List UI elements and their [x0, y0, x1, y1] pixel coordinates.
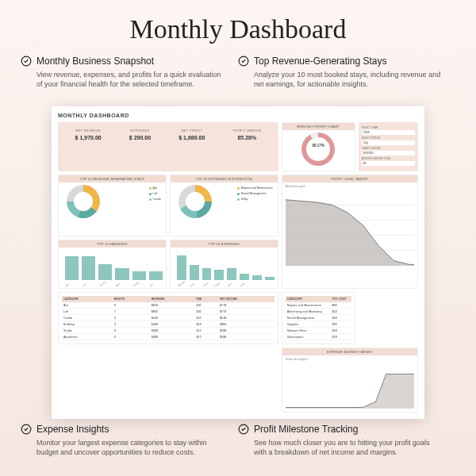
table-row: Condo6$540$22$518 — [62, 315, 274, 321]
legend-item: Loft — [153, 192, 158, 195]
td: $805 — [150, 309, 195, 315]
profit-goal-card: PROFIT GOAL TARGET Almost the goal! — [282, 175, 418, 289]
feature-desc: Analyze your 10 most booked stays, inclu… — [238, 70, 447, 89]
td: 3 — [113, 334, 150, 340]
yearly-budget-value[interactable]: $50,000 — [362, 151, 415, 155]
td: Subscription — [286, 334, 331, 340]
feature-expense-insights: Expense Insights Monitor your largest ex… — [21, 424, 238, 468]
td: $12 — [195, 328, 218, 334]
bars-expenses-card: TOP 10 EXPENSES RepairsAdvMgmtSuppSoftSu… — [170, 240, 278, 289]
kpi-net-profit: NET PROFIT $ 1,680.00 — [178, 129, 205, 165]
feature-title: Monthly Business Snapshot — [36, 56, 154, 67]
goal-subtitle: Almost the goal! — [286, 185, 414, 188]
td: $400 — [150, 321, 195, 328]
feature-desc: See how much closer you are to hitting y… — [238, 438, 447, 457]
td: Advertising and Marketing — [286, 309, 331, 315]
legend-item: Repairs and Maintenance — [241, 186, 273, 190]
td: $40 — [330, 315, 351, 321]
th: NIGHTS — [113, 296, 150, 302]
kpi-expenses: EXPENSES $ 290.00 — [129, 129, 151, 165]
donut-chart-icon — [67, 185, 100, 218]
expense-table-card: CATEGORY TOT. COST Repairs and Maintenan… — [282, 292, 355, 344]
feature-snapshot: Monthly Business Snapshot View revenue, … — [21, 56, 238, 100]
td: Repairs and Maintenance — [286, 302, 331, 309]
check-icon — [238, 424, 249, 435]
revenue-table-card: CATEGORY NIGHTS REVENUE FEE NET INCOME A… — [58, 292, 278, 344]
kpi-net-revenue: NET REVENUE $ 1,970.00 — [75, 129, 102, 165]
donut-revenue-card: TOP 10 REVENUE GENERATING STAYS Apt Loft… — [58, 175, 167, 236]
legend-item: Apt — [153, 186, 157, 190]
td: Rental Management — [286, 315, 331, 321]
td: $80 — [330, 302, 351, 309]
card-header: EXPENSE BUDGET TARGET — [282, 348, 417, 355]
feature-top-stays: Top Revenue-Generating Stays Analyze you… — [238, 56, 455, 100]
card-header: TOP 10 REVENUE GENERATING STAYS — [59, 175, 166, 182]
kpi-value: $ 1,680.00 — [178, 135, 205, 140]
td: 6 — [113, 315, 150, 321]
td: Condo — [62, 315, 113, 321]
budget-target-card: EXPENSE BUDGET TARGET Under the budget! — [282, 347, 418, 413]
table-row: Apt9$810$32$778 — [62, 302, 274, 309]
donut-legend: Apt Loft Condo — [149, 186, 161, 201]
yearly-budget-label: YEARLY BUDGET — [362, 147, 415, 150]
table-row: Software Fees$40 — [286, 328, 351, 334]
th: REVENUE — [150, 296, 195, 302]
table-row: Subscription$20 — [286, 334, 351, 340]
select-month-label: SELECT MONTH — [362, 136, 415, 140]
bars-earnings-card: TOP 10 EARNINGS AptLoftCondoBldgStudioAp… — [58, 240, 167, 289]
monthly-goal-value[interactable]: $5 — [362, 161, 415, 166]
kpi-label: NET PROFIT — [178, 129, 205, 132]
td: $300 — [150, 334, 195, 340]
th: FEE — [195, 296, 218, 302]
kpi-label: NET REVENUE — [75, 129, 102, 132]
legend-item: Utility — [241, 198, 248, 201]
area-chart — [286, 190, 414, 266]
td: Apartment — [62, 334, 113, 340]
table-row: Apartment3$300$12$288 — [62, 334, 274, 340]
td: 4 — [113, 321, 150, 328]
feature-profit-milestone: Profit Milestone Tracking See how much c… — [238, 424, 455, 468]
kpi-row: NET REVENUE $ 1,970.00 EXPENSES $ 290.00… — [58, 122, 278, 171]
check-icon — [21, 56, 32, 67]
select-year-label: SELECT YEAR — [362, 126, 415, 129]
td: $384 — [218, 321, 274, 328]
select-month-value[interactable]: July — [362, 140, 415, 145]
table-row: Loft7$805$32$773 — [62, 309, 274, 315]
dashboard-title: MONTHLY DASHBOARD — [58, 113, 418, 118]
td: $288 — [218, 334, 274, 340]
check-icon — [21, 424, 32, 435]
feature-desc: Monitor your largest expense categories … — [21, 438, 230, 457]
th: NET INCOME — [218, 296, 274, 302]
td: Loft — [62, 309, 113, 315]
select-year-value[interactable]: 2023 — [362, 130, 415, 135]
td: $12 — [195, 334, 218, 340]
feature-desc: View revenue, expenses, and profits for … — [21, 70, 230, 89]
feature-title: Expense Insights — [36, 424, 109, 435]
kpi-label: PROFIT MARGIN — [232, 129, 261, 132]
td: $20 — [330, 334, 351, 340]
kpi-value: $ 1,970.00 — [75, 135, 102, 140]
card-header: PROFIT GOAL TARGET — [282, 175, 417, 182]
revenue-table: CATEGORY NIGHTS REVENUE FEE NET INCOME A… — [62, 296, 274, 340]
td: 9 — [113, 302, 150, 309]
td: $22 — [195, 315, 218, 321]
table-row: Rental Management$40 — [286, 315, 351, 321]
legend-item: Rental Management — [241, 192, 267, 195]
td: $40 — [330, 328, 351, 334]
feature-title: Top Revenue-Generating Stays — [254, 56, 386, 67]
feature-title: Profit Milestone Tracking — [254, 424, 358, 435]
page-title: Monthly Dashboard — [0, 0, 476, 56]
table-row: Studio3$300$12$288 — [62, 328, 274, 334]
features-bottom: Expense Insights Monitor your largest ex… — [0, 424, 476, 468]
budget-subtitle: Under the budget! — [286, 358, 414, 361]
card-header: MONTHLY PROFIT CHART — [282, 123, 355, 130]
donut-expenses-card: TOP 10 EXPENSES DISTRIBUTION Repairs and… — [170, 175, 278, 236]
td: Building — [62, 321, 113, 328]
selector-panel: SELECT YEAR2023 SELECT MONTHJuly YEARLY … — [359, 122, 418, 171]
legend-item: Condo — [153, 198, 161, 201]
td: $35 — [330, 321, 351, 328]
td: $778 — [218, 302, 274, 309]
kpi-value: $ 290.00 — [129, 135, 151, 140]
table-row: Building4$400$16$384 — [62, 321, 274, 328]
check-icon — [238, 56, 249, 67]
